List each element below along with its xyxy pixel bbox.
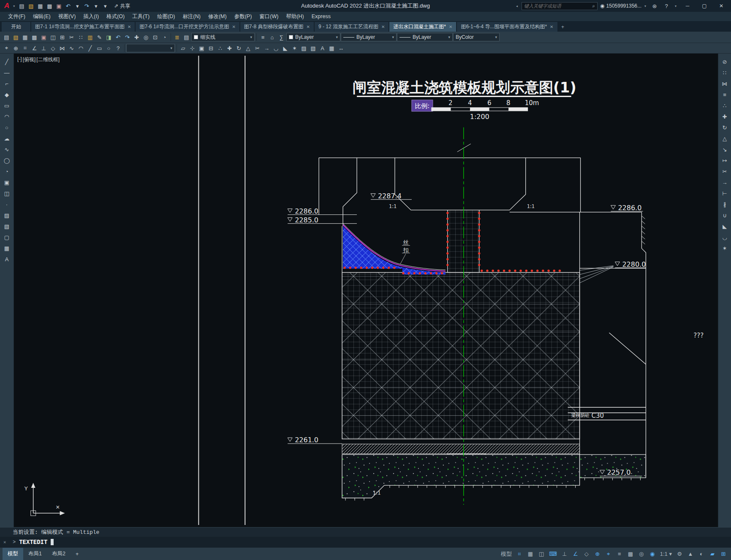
isodraft-icon[interactable]: ◇ — [582, 549, 592, 559]
tab-close-icon[interactable]: ✕ — [550, 24, 553, 29]
menu-item[interactable]: 文件(F) — [4, 12, 29, 21]
tab-close-icon[interactable]: ✕ — [449, 24, 452, 29]
break-at-point-icon[interactable]: ⊢ — [720, 189, 730, 198]
table-icon[interactable]: ▦ — [2, 243, 12, 253]
viewport-visual-style-control[interactable]: [二维线框] — [36, 56, 60, 63]
app-menu-button[interactable]: A — [3, 2, 11, 10]
osnap-settings-icon[interactable]: ⊕ — [11, 44, 20, 53]
zoom-previous-icon[interactable]: ◔ — [160, 33, 169, 42]
spline-tool-icon[interactable]: ∿ — [67, 44, 76, 53]
designcenter-icon[interactable]: ⌂ — [268, 33, 277, 42]
mirror-icon[interactable]: ⋈ — [720, 79, 730, 89]
array-tool-icon[interactable]: ∴ — [216, 44, 225, 53]
help-docs-icon[interactable]: ? — [114, 44, 122, 53]
workspace-gear-icon[interactable]: ⚙ — [674, 549, 685, 559]
scale-tool-icon[interactable]: △ — [244, 44, 253, 53]
paste-icon[interactable]: ▥ — [86, 33, 95, 42]
mirror-tool-icon[interactable]: ⋈ — [58, 44, 67, 53]
explode-icon[interactable]: ✶ — [720, 243, 730, 253]
save-as-icon[interactable]: ▩ — [30, 33, 39, 42]
circle-icon[interactable]: ○ — [2, 123, 12, 133]
lengthen-icon[interactable]: ↦ — [720, 156, 730, 165]
tab-close-icon[interactable]: ✕ — [232, 24, 235, 29]
viewport-menu-control[interactable]: [-] — [17, 56, 22, 63]
help-icon[interactable]: ? — [662, 1, 671, 11]
model-space-canvas[interactable]: [-] [俯视] [二维线框] — [14, 54, 718, 527]
menu-item[interactable]: 帮助(H) — [282, 12, 307, 21]
fillet-icon[interactable]: ◡ — [720, 233, 730, 242]
minimize-button[interactable]: ─ — [680, 1, 695, 11]
publish-icon[interactable]: ⊞ — [58, 33, 67, 42]
line-icon[interactable]: ╱ — [2, 57, 12, 67]
menu-item[interactable]: 窗口(W) — [255, 12, 282, 21]
group-icon[interactable]: ⊟ — [207, 44, 215, 53]
copy-clip-icon[interactable]: ∷ — [76, 33, 85, 42]
region-icon[interactable]: ▢ — [2, 233, 12, 242]
insert-block-icon[interactable]: ▣ — [2, 178, 12, 187]
chamfer-icon[interactable]: ◣ — [720, 222, 730, 231]
model-space-toggle[interactable]: 模型 — [499, 549, 514, 559]
plot-icon[interactable]: ▣ — [39, 33, 48, 42]
join-icon[interactable]: ∪ — [720, 211, 730, 220]
move-icon[interactable]: ✚ — [720, 112, 730, 122]
restore-button[interactable]: ▢ — [697, 1, 712, 11]
extend-tool-icon[interactable]: → — [262, 44, 271, 53]
polyline-icon[interactable]: ⌐ — [2, 79, 12, 89]
block-insert-icon[interactable]: ▣ — [197, 44, 206, 53]
command-prompt-line[interactable]: ✕ > TEXTEDIT — [0, 537, 731, 547]
undo-caret-icon[interactable]: ▾ — [73, 1, 82, 11]
measure-icon[interactable]: ⊹ — [188, 44, 197, 53]
open-icon[interactable]: ▧ — [26, 1, 35, 11]
help-caret-icon[interactable]: ▾ — [674, 1, 678, 11]
new-drawing-icon[interactable]: ▤ — [17, 1, 26, 11]
search-collapse-icon[interactable]: ◂ — [515, 1, 519, 11]
rotate-icon[interactable]: ↻ — [720, 123, 730, 133]
spline-icon[interactable]: ∿ — [2, 145, 12, 154]
object-snap-icon[interactable]: ⌖ — [603, 549, 614, 559]
move-tool-icon[interactable]: ✚ — [225, 44, 234, 53]
text-tool-icon[interactable]: A — [318, 44, 327, 53]
array-icon[interactable]: ∴ — [720, 101, 730, 111]
zoom-window-icon[interactable]: ⊡ — [151, 33, 160, 42]
ellipse-arc-icon[interactable]: ◔ — [2, 167, 12, 176]
circle-tool-icon[interactable]: ○ — [104, 44, 113, 53]
rectangle-tool-icon[interactable]: ▭ — [95, 44, 104, 53]
arc-icon[interactable]: ◠ — [2, 112, 12, 122]
plot-preview-icon[interactable]: ◫ — [49, 33, 57, 42]
annotation-visibility-icon[interactable]: ◉ — [647, 549, 658, 559]
angle-measure-icon[interactable]: ∠ — [30, 44, 39, 53]
doc-tab-1[interactable]: 图7-1 1#导流洞...挖支护施工布置平面图 ✕ — [31, 22, 135, 32]
app-store-icon[interactable]: ⊛ — [650, 1, 659, 11]
clean-screen-icon[interactable]: ⊞ — [718, 549, 728, 559]
dimension-icon[interactable]: ↔ — [337, 44, 345, 53]
lineweight-display-icon[interactable]: ≡ — [614, 549, 625, 559]
plot-icon[interactable]: ▣ — [54, 1, 63, 11]
snap-mode-icon[interactable]: ▦ — [525, 549, 535, 559]
doc-tab-6[interactable]: 图6-1~6-4 导...围堰平面布置及结构图* ✕ — [457, 22, 557, 32]
app-menu-caret-icon[interactable]: ▾ — [12, 1, 16, 11]
new-tab-button[interactable]: + — [558, 22, 568, 32]
trim-icon[interactable]: ✂ — [720, 167, 730, 176]
block-editor-icon[interactable]: ◨ — [104, 33, 113, 42]
perpendicular-icon[interactable]: ⊥ — [39, 44, 48, 53]
menu-item[interactable]: 编辑(E) — [29, 12, 54, 21]
save-icon[interactable]: ▦ — [35, 1, 45, 11]
undo-icon[interactable]: ↶ — [114, 33, 122, 42]
add-layout-button[interactable]: + — [71, 548, 84, 560]
command-close-icon[interactable]: ✕ — [3, 539, 9, 545]
menu-item[interactable]: 标注(N) — [179, 12, 204, 21]
redo-icon[interactable]: ↷ — [123, 33, 132, 42]
doc-tab-4[interactable]: 9 - 12 混浆施工工艺流程图 ✕ — [315, 22, 389, 32]
search-icon[interactable]: ⌕ — [592, 3, 595, 9]
scale-label-text[interactable]: 比例: — [415, 102, 429, 110]
menu-item[interactable]: 格式(O) — [103, 12, 128, 21]
scale-icon[interactable]: △ — [720, 134, 730, 143]
polar-tracking-icon[interactable]: ∠ — [571, 549, 581, 559]
doc-tab-5[interactable]: 进出水口混凝土施工图* ✕ — [389, 22, 456, 32]
selection-cycling-icon[interactable]: ◎ — [636, 549, 647, 559]
tab-close-icon[interactable]: ✕ — [307, 24, 310, 29]
copy-icon[interactable]: ∷ — [720, 68, 730, 78]
revision-cloud-icon[interactable]: ☁ — [2, 134, 12, 143]
point-style-icon[interactable]: ⌖ — [2, 44, 11, 53]
quickcalc-icon[interactable]: ∑ — [277, 33, 286, 42]
